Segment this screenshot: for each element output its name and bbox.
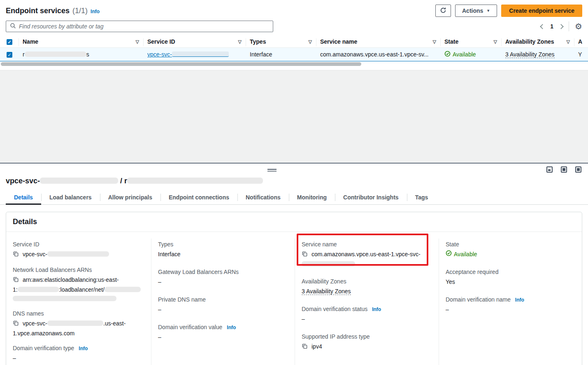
- field-nlb-arns: Network Load Balancers ARNs arn:aws:elas…: [13, 267, 143, 303]
- availability-zones-popover-link[interactable]: 3 Availability Zones: [505, 51, 555, 58]
- tab-notifications[interactable]: Notifications: [237, 191, 289, 204]
- actions-button-label: Actions: [462, 7, 483, 14]
- panel-size-small-icon[interactable]: [546, 166, 553, 173]
- copy-icon[interactable]: [302, 343, 308, 352]
- tab-load-balancers[interactable]: Load balancers: [41, 191, 100, 204]
- page-title: Endpoint services (1/1) Info: [6, 7, 100, 15]
- panel-size-controls: [546, 166, 581, 173]
- redacted-text: [18, 287, 59, 292]
- redacted-text: [302, 261, 355, 267]
- row-checkbox[interactable]: ✓: [7, 52, 12, 58]
- sort-icon[interactable]: ▽: [136, 39, 139, 44]
- create-button-label: Create endpoint service: [509, 7, 574, 14]
- info-link[interactable]: Info: [227, 325, 236, 330]
- details-column-1: Service ID vpce-svc- Network Load Balanc…: [6, 239, 151, 365]
- create-endpoint-service-button[interactable]: Create endpoint service: [501, 5, 582, 17]
- column-header-availability-zones[interactable]: Availability Zones ▽: [501, 37, 574, 48]
- spacer: [0, 67, 588, 70]
- copy-icon[interactable]: [13, 320, 19, 329]
- copy-icon[interactable]: [302, 250, 308, 260]
- field-availability-zones: Availability Zones 3 Availability Zones: [302, 278, 430, 296]
- panel-size-large-icon[interactable]: [575, 166, 581, 173]
- cell-service-name: com.amazonaws.vpce.us-east-1.vpce-sv...: [316, 48, 440, 61]
- cell-truncated: Y: [574, 48, 588, 61]
- info-link[interactable]: Info: [79, 346, 88, 351]
- details-column-2: Types Interface Gateway Load Balancers A…: [151, 239, 295, 365]
- tab-allow-principals[interactable]: Allow principals: [100, 191, 160, 204]
- redacted-text: [47, 321, 103, 326]
- redacted-text: [127, 178, 263, 184]
- service-id-link[interactable]: vpce-svc-: [147, 51, 229, 58]
- split-panel-title: vpce-svc- / r: [0, 175, 588, 191]
- availability-zones-popover-link[interactable]: 3 Availability Zones: [302, 288, 351, 295]
- chevron-down-icon: ▼: [486, 9, 490, 13]
- redacted-text: [105, 287, 141, 292]
- empty-region: [0, 70, 588, 163]
- field-service-name: Service name com.amazonaws.vpce.us-east-…: [302, 241, 430, 269]
- column-header-service-id[interactable]: Service ID ▽: [143, 37, 246, 48]
- sort-icon[interactable]: ▽: [238, 39, 242, 44]
- column-header-name[interactable]: Name ▽: [19, 37, 143, 48]
- sort-icon[interactable]: ▽: [433, 39, 436, 44]
- next-page-icon[interactable]: [558, 24, 564, 29]
- actions-button[interactable]: Actions ▼: [455, 5, 497, 17]
- redacted-text: [47, 251, 109, 257]
- copy-icon[interactable]: [13, 250, 19, 260]
- redacted-text: [25, 51, 86, 57]
- search-icon: [10, 23, 16, 30]
- field-domain-verification-status: Domain verification status Info –: [302, 306, 430, 323]
- available-check-icon: [444, 51, 451, 58]
- panel-size-medium-icon[interactable]: [561, 166, 567, 173]
- column-header-truncated[interactable]: A: [574, 37, 588, 48]
- tab-bar: Details Load balancers Allow principals …: [0, 191, 588, 205]
- details-card: Details Service ID vpce-svc-: [6, 212, 582, 365]
- copy-icon[interactable]: [13, 276, 19, 285]
- tab-contributor-insights[interactable]: Contributor Insights: [335, 191, 407, 204]
- page-title-text: Endpoint services: [6, 7, 70, 15]
- split-panel: vpce-svc- / r Details Load balancers All…: [0, 164, 588, 365]
- cell-name: rs: [19, 48, 143, 61]
- sort-icon[interactable]: ▽: [494, 39, 497, 44]
- pagination: 1 ⚙: [541, 21, 582, 31]
- field-supported-ip-type: Supported IP address type ipv4: [302, 333, 430, 352]
- tab-monitoring[interactable]: Monitoring: [289, 191, 335, 204]
- redacted-text: [13, 296, 116, 301]
- field-private-dns-name: Private DNS name –: [158, 296, 286, 314]
- details-card-header: Details: [6, 212, 582, 232]
- current-page[interactable]: 1: [550, 23, 553, 30]
- column-header-state[interactable]: State ▽: [440, 37, 501, 48]
- tab-details[interactable]: Details: [6, 191, 41, 204]
- select-all-checkbox[interactable]: ✓: [7, 39, 12, 45]
- refresh-button[interactable]: [435, 5, 451, 17]
- details-heading: Details: [13, 218, 575, 226]
- available-check-icon: [446, 250, 452, 259]
- split-panel-drag-handle-icon[interactable]: [267, 169, 277, 172]
- cell-service-id: vpce-svc-: [143, 48, 246, 61]
- field-domain-verification-type: Domain verification type Info –: [13, 345, 143, 363]
- title-info-link[interactable]: Info: [91, 9, 100, 14]
- info-link[interactable]: Info: [372, 307, 381, 312]
- horizontal-scrollbar[interactable]: [0, 61, 588, 67]
- search-input[interactable]: [19, 23, 269, 30]
- info-link[interactable]: Info: [515, 297, 524, 303]
- scrollbar-thumb[interactable]: [1, 62, 361, 66]
- field-dns-names: DNS names vpce-svc-.us-east- 1.vpce.amaz…: [13, 310, 143, 338]
- details-column-3: Service name com.amazonaws.vpce.us-east-…: [295, 239, 439, 365]
- tab-tags[interactable]: Tags: [407, 191, 437, 204]
- column-header-service-name[interactable]: Service name ▽: [316, 37, 440, 48]
- sort-icon[interactable]: ▽: [309, 39, 312, 44]
- table-row[interactable]: ✓ rs vpce-svc- Interface com.amazonaws.v…: [0, 48, 588, 61]
- refresh-icon: [440, 7, 446, 15]
- settings-gear-icon[interactable]: ⚙: [575, 22, 582, 30]
- cell-availability-zones: 3 Availability Zones: [501, 48, 574, 61]
- cell-state: Available: [440, 48, 501, 61]
- column-header-types[interactable]: Types ▽: [246, 37, 316, 48]
- tab-endpoint-connections[interactable]: Endpoint connections: [160, 191, 237, 204]
- previous-page-icon[interactable]: [540, 24, 545, 29]
- field-domain-verification-name: Domain verification name Info –: [446, 296, 574, 314]
- field-service-id: Service ID vpce-svc-: [13, 241, 143, 260]
- sort-icon[interactable]: ▽: [567, 39, 570, 44]
- field-glb-arns: Gateway Load Balancers ARNs –: [158, 269, 286, 286]
- details-column-4: State Available Acceptance: [439, 239, 582, 365]
- search-box[interactable]: [6, 21, 273, 32]
